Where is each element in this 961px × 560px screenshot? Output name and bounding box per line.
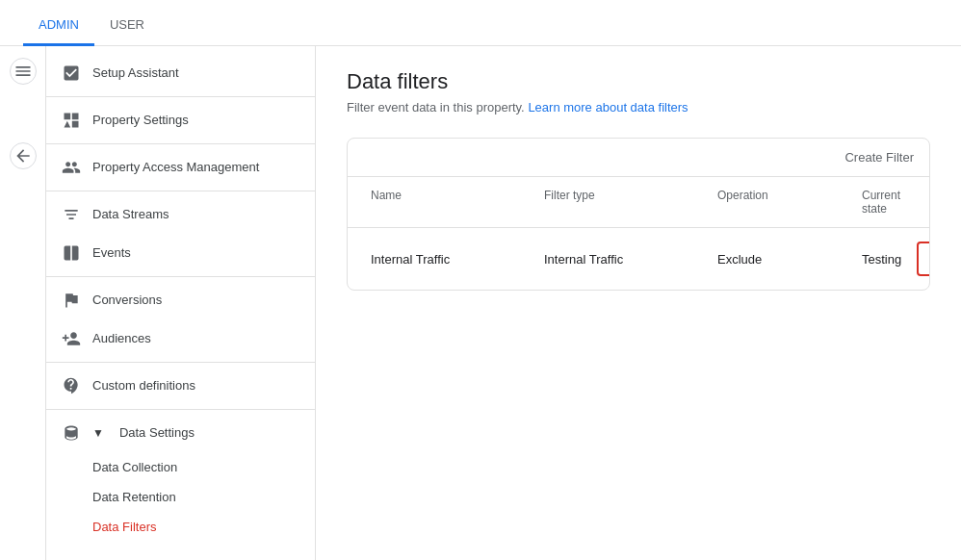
create-filter-button[interactable]: Create Filter xyxy=(844,150,914,165)
learn-more-link[interactable]: Learn more about data filters xyxy=(528,100,688,115)
sidebar-item-property-access-management[interactable]: Property Access Management xyxy=(46,148,315,187)
conversions-icon xyxy=(62,291,81,310)
database-icon xyxy=(62,423,81,443)
sidebar-sub-item-data-filters[interactable]: Data Filters xyxy=(46,512,315,542)
header-operation: Operation xyxy=(710,177,854,227)
sidebar-divider-6 xyxy=(46,409,315,410)
tab-user[interactable]: USER xyxy=(94,6,160,46)
sidebar-divider-3 xyxy=(46,191,315,191)
table-row: Internal Traffic Internal Traffic Exclud… xyxy=(348,228,929,290)
sidebar-item-data-settings[interactable]: ▼ Data Settings xyxy=(46,414,315,452)
data-streams-icon xyxy=(62,205,81,224)
sidebar-divider-4 xyxy=(46,276,315,277)
table-header: Name Filter type Operation Current state xyxy=(348,177,929,228)
header-filter-type: Filter type xyxy=(536,177,710,227)
sidebar-item-audiences[interactable]: Audiences xyxy=(46,319,315,358)
sidebar-toggle-col xyxy=(0,46,46,560)
sidebar-item-events[interactable]: Events xyxy=(46,234,315,272)
sidebar-divider-2 xyxy=(46,143,315,144)
header-name: Name xyxy=(363,177,536,227)
sidebar-divider-1 xyxy=(46,96,315,97)
filter-card: Create Filter Name Filter type Operation… xyxy=(347,138,930,291)
audiences-icon xyxy=(62,329,81,348)
sidebar-item-setup-assistant[interactable]: Setup Assistant xyxy=(46,54,315,92)
top-nav: ADMIN USER xyxy=(0,0,961,46)
arrow-back-icon xyxy=(13,146,33,165)
cell-name: Internal Traffic xyxy=(363,239,536,280)
tab-admin[interactable]: ADMIN xyxy=(23,6,94,46)
main-content: Data filters Filter event data in this p… xyxy=(316,46,961,560)
row-chevron-button[interactable]: › xyxy=(917,242,930,276)
expand-arrow-icon: ▼ xyxy=(92,426,104,440)
cell-filter-type: Internal Traffic xyxy=(536,239,710,280)
menu-icon xyxy=(13,62,33,81)
sidebar-item-custom-definitions-label: Custom definitions xyxy=(92,378,195,395)
check-box-icon xyxy=(62,64,81,83)
cell-current-state: Testing xyxy=(854,239,909,280)
sidebar-sub-item-data-retention[interactable]: Data Retention xyxy=(46,482,315,512)
sidebar-item-property-settings[interactable]: Property Settings xyxy=(46,101,315,140)
sidebar-item-custom-definitions[interactable]: Custom definitions xyxy=(46,367,315,405)
page-subtitle: Filter event data in this property. Lear… xyxy=(347,100,930,115)
sidebar-divider-5 xyxy=(46,362,315,363)
filter-card-header: Create Filter xyxy=(348,139,929,177)
sidebar-item-setup-assistant-label: Setup Assistant xyxy=(92,65,179,82)
sidebar-item-data-settings-label: Data Settings xyxy=(119,425,195,442)
cell-operation: Exclude xyxy=(710,239,854,280)
events-icon xyxy=(62,243,81,263)
sidebar-item-property-access-management-label: Property Access Management xyxy=(92,160,259,176)
sidebar-item-events-label: Events xyxy=(92,245,131,262)
sidebar: Setup Assistant Property Settings Proper… xyxy=(46,46,316,560)
sidebar-sub-item-data-collection[interactable]: Data Collection xyxy=(46,452,315,482)
sidebar-item-data-streams[interactable]: Data Streams xyxy=(46,195,315,234)
sidebar-item-data-streams-label: Data Streams xyxy=(92,207,169,223)
sidebar-sub-item-data-collection-label: Data Collection xyxy=(92,460,177,474)
sidebar-item-audiences-label: Audiences xyxy=(92,331,151,347)
page-title: Data filters xyxy=(347,69,930,94)
sidebar-sub-item-data-filters-label: Data Filters xyxy=(92,520,156,534)
people-icon xyxy=(62,158,81,177)
toggle-circle-btn[interactable] xyxy=(10,58,37,85)
cell-chevron: › xyxy=(909,228,930,290)
main-layout: Setup Assistant Property Settings Proper… xyxy=(0,46,961,560)
sidebar-item-conversions-label: Conversions xyxy=(92,293,162,309)
subtitle-text: Filter event data in this property. xyxy=(347,100,525,115)
back-arrow-btn[interactable] xyxy=(10,142,37,169)
sidebar-item-conversions[interactable]: Conversions xyxy=(46,281,315,319)
sidebar-sub-item-data-retention-label: Data Retention xyxy=(92,490,176,504)
custom-definitions-icon xyxy=(62,376,81,395)
header-actions-1 xyxy=(908,177,930,227)
sidebar-item-property-settings-label: Property Settings xyxy=(92,113,189,129)
property-settings-icon xyxy=(62,111,81,130)
header-current-state: Current state xyxy=(854,177,908,227)
